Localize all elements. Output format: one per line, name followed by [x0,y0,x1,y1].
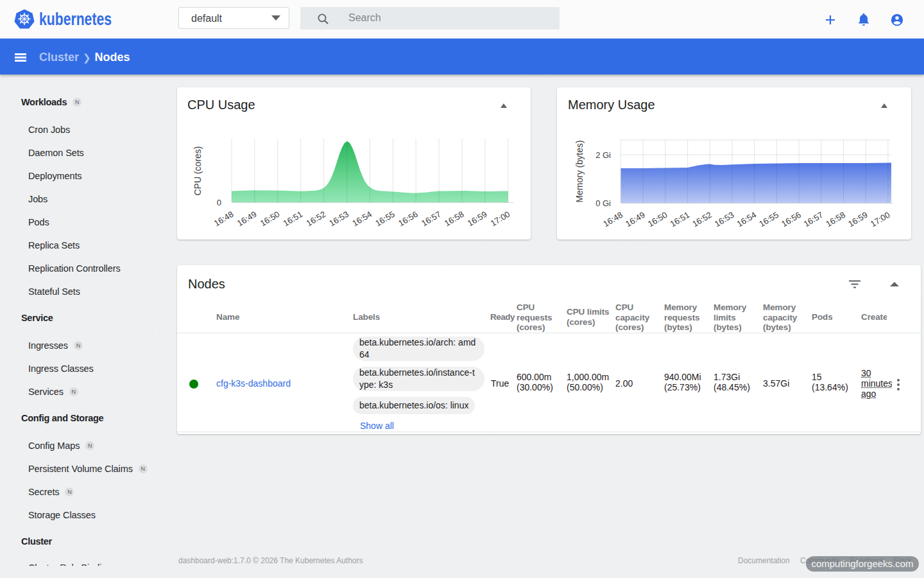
svg-text:16:49: 16:49 [624,210,647,229]
svg-text:16:51: 16:51 [282,209,305,229]
svg-text:2 Gi: 2 Gi [595,150,611,160]
svg-text:16:50: 16:50 [646,210,669,229]
svg-text:17:00: 17:00 [869,210,892,229]
svg-text:16:56: 16:56 [780,210,803,229]
svg-text:16:54: 16:54 [735,210,758,229]
svg-text:16:59: 16:59 [846,210,869,229]
svg-text:16:49: 16:49 [235,209,259,229]
svg-text:16:50: 16:50 [259,209,282,229]
svg-text:Memory (bytes): Memory (bytes) [574,140,585,202]
svg-text:16:55: 16:55 [757,210,780,229]
svg-text:16:55: 16:55 [373,209,397,229]
svg-text:16:48: 16:48 [212,209,235,229]
svg-text:16:57: 16:57 [802,210,825,229]
svg-text:16:59: 16:59 [466,209,489,229]
svg-text:CPU (cores): CPU (cores) [193,146,203,195]
svg-text:16:53: 16:53 [327,209,350,229]
svg-text:16:48: 16:48 [601,210,624,229]
svg-text:0: 0 [217,198,221,207]
svg-text:16:52: 16:52 [690,210,714,229]
svg-text:16:57: 16:57 [420,209,443,229]
svg-text:16:56: 16:56 [397,209,420,229]
svg-text:17:00: 17:00 [489,209,512,229]
svg-text:16:52: 16:52 [305,209,328,229]
svg-text:16:53: 16:53 [713,210,736,229]
svg-text:0 Gi: 0 Gi [595,198,611,208]
svg-text:16:58: 16:58 [824,210,847,229]
svg-text:kubernetes: kubernetes [39,10,112,29]
svg-text:16:54: 16:54 [350,209,373,229]
svg-text:16:58: 16:58 [443,209,466,229]
svg-text:16:51: 16:51 [669,210,692,229]
